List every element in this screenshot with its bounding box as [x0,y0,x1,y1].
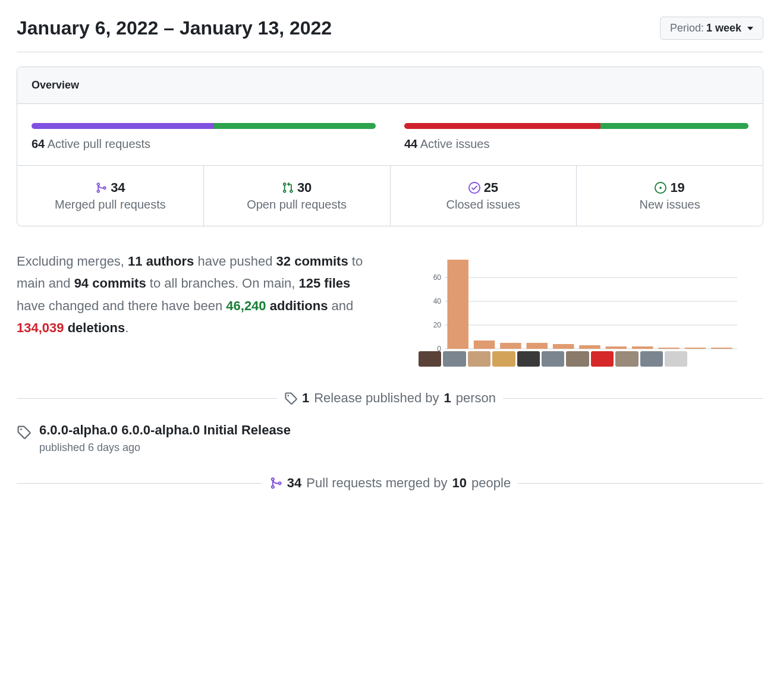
issues-bar [404,123,748,129]
contributors-chart: 0204060 [402,250,763,367]
contributor-avatar[interactable] [591,351,614,367]
contributor-avatar[interactable] [665,351,687,367]
period-dropdown[interactable]: Period: 1 week [660,17,763,40]
svg-text:0: 0 [437,345,441,351]
issues-count: 44 [404,137,417,150]
dot-circle-icon [655,182,666,194]
contributor-avatar[interactable] [640,351,663,367]
stat-label: Closed issues [395,198,572,212]
releases-section-header: 1 Release published by 1 person [17,390,763,406]
release-meta: published 6 days ago [39,442,291,454]
tag-icon [17,425,31,439]
chart-bar[interactable] [658,348,679,349]
merge-icon [269,477,282,490]
tag-icon [284,392,297,405]
chart-bar[interactable] [579,345,600,349]
chart-bar[interactable] [685,348,706,349]
pull-requests-bar [32,123,376,129]
period-label: Period: [670,22,704,34]
issues-label: Active issues [420,137,490,150]
overview-panel: Overview 64 Active pull requests 44 Acti… [17,67,763,226]
chart-bar[interactable] [606,346,627,349]
page-title: January 6, 2022 – January 13, 2022 [17,17,332,39]
stat-cell[interactable]: 34 Merged pull requests [17,166,204,226]
chart-bar[interactable] [527,343,548,349]
contributor-avatars [402,351,763,367]
merge-icon [95,182,107,194]
issues-summary[interactable]: 44 Active issues [404,123,748,151]
contributor-avatar[interactable] [517,351,540,367]
overview-title: Overview [17,67,763,104]
contributor-avatar[interactable] [566,351,589,367]
svg-text:60: 60 [433,273,442,282]
release-title: 6.0.0-alpha.0 6.0.0-alpha.0 Initial Rele… [39,422,291,438]
stat-count: 34 [111,180,125,196]
bar-chart: 0204060 [402,250,763,351]
stat-count: 19 [670,180,684,196]
check-circle-icon [468,182,480,194]
chart-bar[interactable] [500,343,521,349]
stat-label: Merged pull requests [22,198,199,212]
chart-bar[interactable] [711,348,732,349]
pr-label: Active pull requests [48,137,150,150]
svg-text:40: 40 [433,297,442,305]
prs-section-header: 34 Pull requests merged by 10 people [17,475,763,491]
commit-summary: Excluding merges, 11 authors have pushed… [17,250,378,367]
contributor-avatar[interactable] [492,351,515,367]
pr-count: 64 [32,137,45,150]
chart-bar[interactable] [447,260,468,349]
contributor-avatar[interactable] [615,351,638,367]
contributor-avatar[interactable] [468,351,490,367]
period-value: 1 week [706,22,741,34]
svg-text:20: 20 [433,321,442,329]
chevron-down-icon [747,27,753,30]
chart-bar[interactable] [632,346,653,349]
pull-requests-summary[interactable]: 64 Active pull requests [32,123,376,151]
chart-bar[interactable] [474,340,495,349]
contributor-avatar[interactable] [542,351,564,367]
pr-icon [282,182,294,194]
release-item[interactable]: 6.0.0-alpha.0 6.0.0-alpha.0 Initial Rele… [17,422,763,454]
stat-count: 30 [297,180,312,196]
chart-bar[interactable] [553,344,574,349]
stat-cell[interactable]: 30 Open pull requests [204,166,391,226]
contributor-avatar[interactable] [419,351,441,367]
contributor-avatar[interactable] [443,351,466,367]
stat-label: Open pull requests [209,198,385,212]
stat-label: New issues [581,198,758,212]
stat-count: 25 [484,180,498,196]
stat-cell[interactable]: 19 New issues [577,166,763,226]
stat-cell[interactable]: 25 Closed issues [391,166,577,226]
